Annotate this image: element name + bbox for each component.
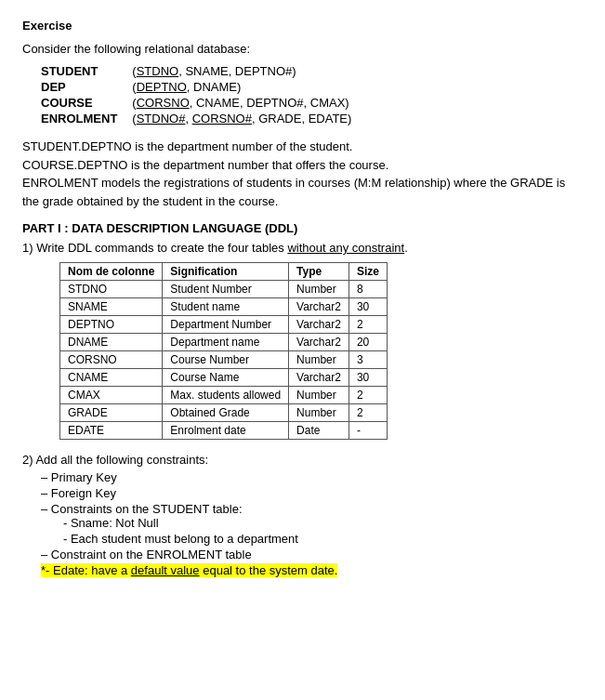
column-info-table: Nom de colonne Signification Type Size S… [59, 262, 388, 440]
table-cell: STDNO [60, 281, 163, 298]
schema-dep-def: (DEPTNO, DNAME) [132, 79, 351, 95]
edate-constraint-line: *- Edate: have a default value equal to … [41, 563, 583, 577]
schema-enrolment-def: (STDNO#, CORSNO#, GRADE, EDATE) [132, 111, 351, 126]
table-cell: Course Name [163, 369, 289, 387]
table-cell: 2 [349, 404, 387, 422]
table-cell: CNAME [60, 369, 163, 387]
table-cell: Varchar2 [289, 334, 349, 351]
col-header-type: Type [289, 263, 349, 281]
table-row: GRADEObtained GradeNumber2 [60, 404, 388, 422]
schema-course: COURSE (CORSNO, CNAME, DEPTNO#, CMAX) [41, 95, 351, 111]
table-cell: EDATE [60, 422, 163, 440]
table-cell: Department name [163, 334, 289, 351]
exercise-container: Exercise Consider the following relation… [22, 19, 583, 577]
table-cell: GRADE [60, 404, 163, 422]
schema-definitions: STUDENT (STDNO, SNAME, DEPTNO#) DEP (DEP… [41, 63, 351, 126]
table-cell: CMAX [60, 387, 163, 404]
table-cell: 3 [349, 351, 387, 369]
question2-label: 2) Add all the following constraints: [22, 453, 583, 467]
table-header-row: Nom de colonne Signification Type Size [60, 263, 388, 281]
table-cell: DNAME [60, 334, 163, 351]
table-row: CMAXMax. students allowedNumber2 [60, 387, 388, 404]
table-cell: Student name [163, 298, 289, 316]
table-cell: 30 [349, 298, 387, 316]
table-row: DNAMEDepartment nameVarchar220 [60, 334, 388, 351]
sub-bullet-dept: Each student must belong to a department [63, 532, 583, 546]
bullet-primary-key: Primary Key [41, 470, 583, 484]
constraints-list: Primary Key Foreign Key Constraints on t… [22, 470, 583, 561]
edate-highlight: *- Edate: have a default value equal to … [41, 563, 337, 577]
sub-bullet-sname: Sname: Not Null [63, 516, 583, 530]
table-cell: CORSNO [60, 351, 163, 369]
question1-prefix: 1) Write DDL commands to create the four… [22, 241, 287, 255]
table-cell: Number [289, 281, 349, 298]
table-cell: Number [289, 387, 349, 404]
table-row: CNAMECourse NameVarchar230 [60, 369, 388, 387]
bullet-enrolment-constraint: Constraint on the ENROLMENT table [41, 548, 583, 561]
schema-course-name: COURSE [41, 95, 132, 111]
table-cell: Number [289, 351, 349, 369]
bullet-foreign-key: Foreign Key [41, 486, 583, 500]
table-row: CORSNOCourse NumberNumber3 [60, 351, 388, 369]
table-cell: 20 [349, 334, 387, 351]
table-cell: Course Number [163, 351, 289, 369]
table-cell: Date [289, 422, 349, 440]
student-sub-list: Sname: Not Null Each student must belong… [41, 516, 583, 546]
table-cell: Obtained Grade [163, 404, 289, 422]
table-cell: Max. students allowed [163, 387, 289, 404]
part1-title: PART I : DATA DESCRIPTION LANGUAGE (DDL) [22, 221, 583, 235]
schema-enrolment: ENROLMENT (STDNO#, CORSNO#, GRADE, EDATE… [41, 111, 351, 126]
description-block: STUDENT.DEPTNO is the department number … [22, 138, 583, 210]
table-cell: Varchar2 [289, 298, 349, 316]
schema-course-def: (CORSNO, CNAME, DEPTNO#, CMAX) [132, 95, 351, 111]
schema-enrolment-name: ENROLMENT [41, 111, 132, 126]
table-cell: DEPTNO [60, 316, 163, 334]
exercise-title: Exercise [22, 19, 583, 33]
table-row: EDATEEnrolment dateDate- [60, 422, 388, 440]
question1: 1) Write DDL commands to create the four… [22, 241, 583, 255]
table-cell: 8 [349, 281, 387, 298]
edate-default-value: default value [131, 563, 200, 577]
table-cell: - [349, 422, 387, 440]
desc-line-3: ENROLMENT models the registrations of st… [22, 174, 583, 210]
table-cell: Department Number [163, 316, 289, 334]
table-cell: 2 [349, 316, 387, 334]
question1-suffix: . [404, 241, 408, 255]
schema-student-name: STUDENT [41, 63, 132, 79]
schema-student: STUDENT (STDNO, SNAME, DEPTNO#) [41, 63, 351, 79]
table-cell: SNAME [60, 298, 163, 316]
table-cell: 30 [349, 369, 387, 387]
table-cell: Varchar2 [289, 316, 349, 334]
table-cell: Number [289, 404, 349, 422]
desc-line-2: COURSE.DEPTNO is the department number t… [22, 156, 583, 175]
bullet-student-constraints: Constraints on the STUDENT table: Sname:… [41, 502, 583, 546]
col-header-signification: Signification [163, 263, 289, 281]
schema-dep-name: DEP [41, 79, 132, 95]
table-cell: Varchar2 [289, 369, 349, 387]
table-row: STDNOStudent NumberNumber8 [60, 281, 388, 298]
table-cell: 2 [349, 387, 387, 404]
table-cell: Student Number [163, 281, 289, 298]
question1-underline: without any constraint [287, 241, 404, 255]
schema-student-def: (STDNO, SNAME, DEPTNO#) [132, 63, 351, 79]
col-header-name: Nom de colonne [60, 263, 163, 281]
desc-line-1: STUDENT.DEPTNO is the department number … [22, 138, 583, 156]
col-header-size: Size [349, 263, 387, 281]
table-row: SNAMEStudent nameVarchar230 [60, 298, 388, 316]
intro-line: Consider the following relational databa… [22, 42, 583, 56]
schema-dep: DEP (DEPTNO, DNAME) [41, 79, 351, 95]
table-cell: Enrolment date [163, 422, 289, 440]
constraints-section: 2) Add all the following constraints: Pr… [22, 453, 583, 577]
table-row: DEPTNODepartment NumberVarchar22 [60, 316, 388, 334]
